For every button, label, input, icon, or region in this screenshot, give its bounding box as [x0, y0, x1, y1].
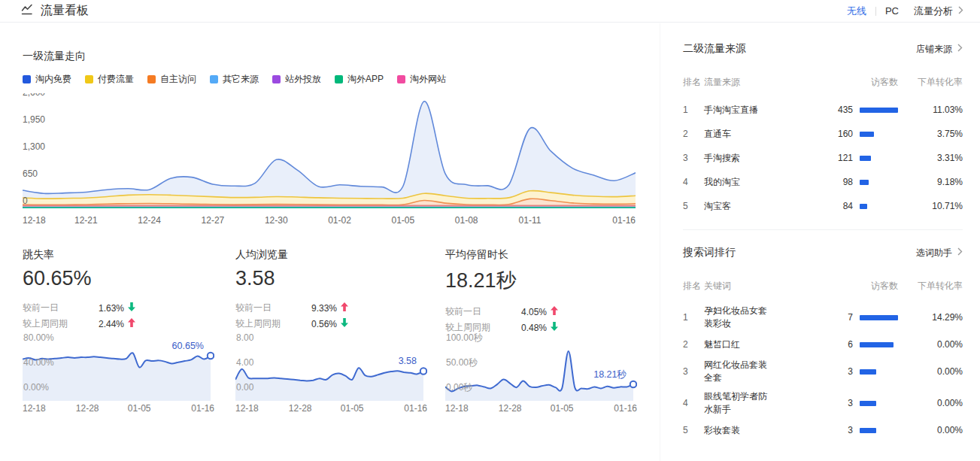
- avg-stay-time-trend-chart[interactable]: 0.00秒50.00秒100.00秒12-1812-2801-0501-1618…: [445, 333, 637, 414]
- svg-text:12-18: 12-18: [445, 403, 469, 414]
- legend-item[interactable]: 站外投放: [272, 73, 321, 86]
- link-word-assistant[interactable]: 选词助手: [916, 247, 963, 259]
- row-name: 我的淘宝: [704, 176, 770, 189]
- row-conversion: 0.00%: [898, 339, 963, 350]
- row-name: 直通车: [704, 128, 770, 141]
- col-visitors: 访客数: [823, 280, 898, 293]
- compare-name: 较前一日: [235, 302, 311, 314]
- visitors-bar-track: [853, 428, 898, 433]
- col-conversion: 下单转化率: [898, 280, 963, 293]
- svg-text:01-08: 01-08: [455, 215, 478, 226]
- row-visitors: 3: [823, 398, 853, 408]
- row-visitors: 121: [823, 153, 853, 163]
- col-visitors: 访客数: [823, 76, 898, 89]
- row-name: 手淘淘宝直播: [704, 104, 770, 117]
- table-row: 4 我的淘宝 98 9.18%: [683, 170, 963, 194]
- svg-text:3.58: 3.58: [399, 356, 417, 366]
- visitors-bar-track: [853, 401, 898, 406]
- svg-text:12-18: 12-18: [23, 403, 46, 414]
- visitors-bar-track: [853, 342, 898, 347]
- table-row: 3 手淘搜索 121 3.31%: [683, 146, 963, 170]
- traffic-dashboard: 流量看板 无线 PC 流量分析 一级流量走向 淘内免费 付费流量 自主访问 其它…: [0, 0, 980, 461]
- legend-item[interactable]: 淘外网站: [397, 73, 446, 86]
- kpi-label: 人均浏览量: [235, 248, 431, 262]
- kpi-value: 3.58: [235, 267, 431, 290]
- keyword-panel-title: 搜索词排行: [683, 246, 736, 259]
- svg-text:650: 650: [23, 168, 38, 179]
- trend-arrow-icon: [341, 318, 348, 329]
- svg-text:50.00秒: 50.00秒: [446, 357, 478, 368]
- row-conversion: 9.18%: [898, 177, 963, 187]
- legend-label: 淘外网站: [410, 73, 446, 86]
- source-panel-head: 二级流量来源 店铺来源: [683, 41, 963, 56]
- svg-text:1,300: 1,300: [23, 141, 45, 152]
- table-row: 1 孕妇化妆品女套装彩妆 7 14.29%: [683, 302, 963, 333]
- legend-item[interactable]: 淘内免费: [23, 73, 71, 86]
- visitors-bar-track: [853, 180, 898, 185]
- tab-pc[interactable]: PC: [885, 5, 899, 17]
- compare-name: 较前一日: [23, 302, 99, 314]
- row-name: 孕妇化妆品女套装彩妆: [704, 305, 770, 330]
- table-row: 3 网红化妆品套装全套 3 0.00%: [683, 356, 963, 387]
- source-table: 1 手淘淘宝直播 435 11.03% 2 直通车 160 3.75% 3 手淘…: [683, 98, 963, 218]
- kpi-compare-row: 较前一日 1.63%: [23, 300, 218, 316]
- col-source: 流量来源: [704, 76, 823, 89]
- link-traffic-analysis[interactable]: 流量分析: [914, 5, 963, 18]
- row-conversion: 3.75%: [898, 129, 963, 139]
- row-conversion: 14.29%: [898, 312, 963, 323]
- row-rank: 1: [683, 312, 704, 323]
- primary-traffic-area-chart[interactable]: 06501,3001,9502,60012-1812-2112-2412-271…: [23, 93, 636, 229]
- compare-name: 较上周同期: [235, 317, 311, 330]
- trend-arrow-icon: [551, 306, 558, 317]
- row-name: 淘宝客: [704, 200, 770, 213]
- col-rank: 排名: [683, 280, 704, 293]
- col-rank: 排名: [683, 76, 704, 89]
- compare-value: 0.48%: [521, 323, 547, 333]
- table-row: 5 淘宝客 84 10.71%: [683, 194, 963, 218]
- visitors-bar: [860, 401, 876, 406]
- row-name: 眼线笔初学者防水新手: [704, 390, 770, 416]
- legend-item[interactable]: 自主访问: [147, 73, 196, 86]
- bounce-rate-trend-chart[interactable]: 0.00%40.00%80.00%12-1812-2801-0501-1660.…: [23, 333, 214, 414]
- legend-swatch: [23, 75, 31, 83]
- svg-text:60.65%: 60.65%: [172, 341, 204, 351]
- legend-item[interactable]: 付费流量: [85, 73, 134, 86]
- legend-label: 其它来源: [223, 73, 259, 86]
- kpi-card-bounce-rate: 跳失率 60.65% 较前一日 1.63% 较上周同期 2.44%: [23, 248, 218, 332]
- compare-value: 2.44%: [99, 319, 124, 329]
- legend-label: 淘内免费: [35, 73, 71, 86]
- row-conversion: 3.31%: [898, 153, 963, 163]
- visitors-bar: [860, 315, 898, 320]
- keyword-table: 1 孕妇化妆品女套装彩妆 7 14.29% 2 魅皙口红 6 0.00% 3 网…: [683, 302, 963, 441]
- svg-text:40.00%: 40.00%: [23, 357, 54, 368]
- tab-wireless[interactable]: 无线: [847, 5, 866, 18]
- kpi-compare-row: 较上周同期 0.56%: [235, 316, 431, 332]
- chevron-right-icon: [958, 5, 963, 17]
- visitors-bar: [860, 132, 874, 137]
- svg-text:0: 0: [23, 196, 28, 206]
- row-rank: 5: [683, 201, 704, 211]
- views-per-visitor-trend-chart[interactable]: 0.004.008.0012-1812-2801-0501-163.58: [235, 333, 427, 414]
- row-name: 网红化妆品套装全套: [704, 359, 770, 384]
- row-visitors: 160: [823, 129, 853, 139]
- row-name: 彩妆套装: [704, 424, 770, 437]
- trend-arrow-icon: [341, 302, 348, 314]
- legend-swatch: [210, 75, 218, 83]
- svg-text:01-16: 01-16: [404, 403, 427, 414]
- link-shop-sources[interactable]: 店铺来源: [916, 43, 963, 56]
- svg-text:12-28: 12-28: [76, 403, 99, 414]
- svg-text:12-21: 12-21: [74, 215, 98, 226]
- svg-text:12-28: 12-28: [289, 403, 312, 414]
- svg-text:01-16: 01-16: [614, 403, 637, 414]
- row-rank: 4: [683, 177, 704, 187]
- keyword-panel-head: 搜索词排行 选词助手: [683, 245, 963, 260]
- col-conversion: 下单转化率: [898, 76, 963, 89]
- legend-item[interactable]: 淘外APP: [335, 73, 384, 86]
- svg-text:01-05: 01-05: [128, 403, 151, 414]
- legend-swatch: [272, 75, 281, 83]
- row-visitors: 6: [823, 339, 853, 350]
- legend-item[interactable]: 其它来源: [210, 73, 259, 86]
- compare-value: 4.05%: [521, 307, 547, 317]
- trend-arrow-icon: [551, 322, 558, 333]
- svg-text:12-28: 12-28: [499, 403, 522, 414]
